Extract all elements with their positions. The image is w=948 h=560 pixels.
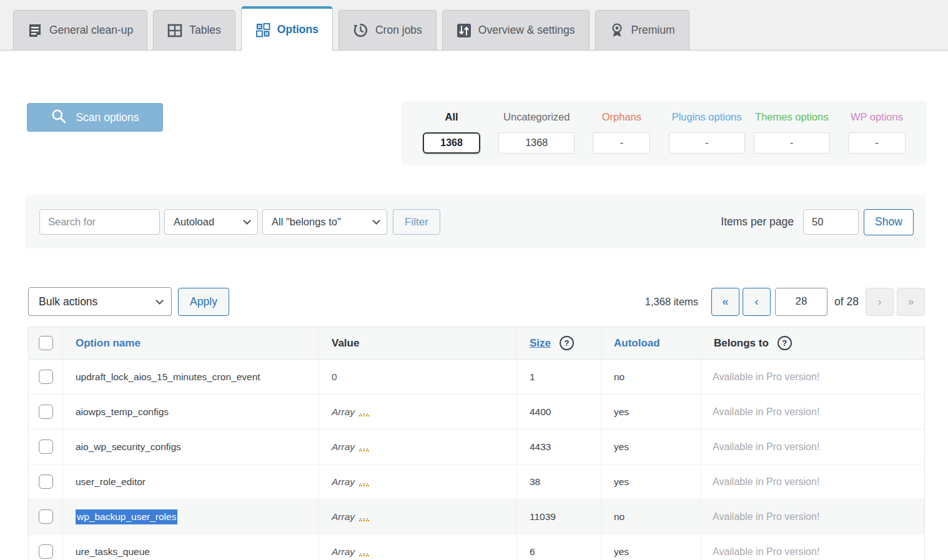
belongs-to-cell: Available in Pro version! <box>701 395 924 429</box>
option-name: updraft_lock_aios_15_minutes_cron_event <box>76 371 260 383</box>
category-label[interactable]: Orphans <box>602 111 641 123</box>
category-label[interactable]: Plugins options <box>672 111 742 123</box>
belongs-to-help-icon[interactable]: ? <box>778 336 792 350</box>
option-name-cell: ure_tasks_queue <box>63 534 319 560</box>
option-name: user_role_editor <box>76 476 146 488</box>
scan-options-label: Scan options <box>76 111 139 124</box>
next-page-button[interactable]: › <box>866 288 894 316</box>
checkerboard-icon <box>255 22 270 37</box>
autoload-header-label[interactable]: Autoload <box>614 337 660 350</box>
show-button[interactable]: Show <box>864 209 914 235</box>
bulk-actions-value: Bulk actions <box>39 295 97 308</box>
options-table: Option name Value Size ? Autoload Belong… <box>28 327 925 560</box>
search-input[interactable]: Search for <box>39 209 160 235</box>
belongs-to-select[interactable]: All "belongs to" <box>262 209 387 235</box>
expand-value-link[interactable]: ... <box>359 513 369 521</box>
option-name-cell: aio_wp_security_configs <box>63 430 319 464</box>
category-label[interactable]: All <box>445 111 458 123</box>
tab-label: General clean-up <box>49 24 133 37</box>
items-per-page-value: 50 <box>812 216 823 228</box>
bulk-actions-select[interactable]: Bulk actions <box>28 287 172 316</box>
items-per-page-input[interactable]: 50 <box>803 209 859 235</box>
autoload-select[interactable]: Autoload <box>164 209 258 235</box>
category-label[interactable]: Themes options <box>755 111 828 123</box>
filter-button[interactable]: Filter <box>393 209 440 235</box>
tab-general-clean-up[interactable]: General clean-up <box>13 10 147 50</box>
category-count-wp[interactable]: - <box>848 132 906 154</box>
category-label[interactable]: Uncategorized <box>503 111 570 123</box>
document-lines-icon <box>27 23 42 38</box>
row-checkbox[interactable] <box>39 544 53 559</box>
header-checkbox-cell <box>29 327 63 359</box>
row-checkbox[interactable] <box>39 370 53 384</box>
row-checkbox-cell <box>29 499 63 534</box>
header-autoload[interactable]: Autoload <box>601 327 701 359</box>
items-per-page-label: Items per page <box>721 215 794 228</box>
header-value: Value <box>319 327 517 359</box>
option-name: wp_backup_user_roles <box>76 509 177 524</box>
value-header-label: Value <box>332 337 359 350</box>
category-count-plugins[interactable]: - <box>669 132 745 154</box>
tab-cron-jobs[interactable]: Cron jobs <box>338 10 437 50</box>
size-cell: 38 <box>517 464 601 499</box>
category-uncategorized: Uncategorized 1368 <box>494 111 579 165</box>
header-size[interactable]: Size ? <box>517 327 601 359</box>
table-row: ure_tasks_queue Array... 6 yes Available… <box>29 534 924 560</box>
last-page-button[interactable]: » <box>897 288 925 316</box>
tab-tables[interactable]: Tables <box>153 10 235 50</box>
autoload-select-value: Autoload <box>174 216 214 228</box>
header-option-name[interactable]: Option name <box>63 327 319 359</box>
table-row: updraft_lock_aios_15_minutes_cron_event … <box>29 360 924 395</box>
tab-label: Cron jobs <box>375 24 422 37</box>
option-value: Array <box>332 546 355 558</box>
category-count-uncategorized[interactable]: 1368 <box>498 132 575 154</box>
size-cell: 4400 <box>517 395 601 429</box>
belongs-to-header-label: Belongs to <box>714 337 769 350</box>
size-cell: 11039 <box>517 499 601 534</box>
row-checkbox[interactable] <box>39 405 53 419</box>
value-cell: Array... <box>319 395 517 429</box>
expand-value-link[interactable]: ... <box>359 478 369 486</box>
apply-button[interactable]: Apply <box>178 288 229 316</box>
scan-options-button[interactable]: Scan options <box>27 103 163 132</box>
category-count-orphans[interactable]: - <box>593 132 650 154</box>
size-cell: 6 <box>517 534 601 560</box>
category-count-all[interactable]: 1368 <box>423 132 480 154</box>
option-value: Array <box>332 441 355 453</box>
option-value: Array <box>332 406 355 418</box>
size-header-label[interactable]: Size <box>530 337 551 350</box>
first-page-button[interactable]: « <box>711 288 739 316</box>
row-checkbox-cell <box>29 395 63 429</box>
row-checkbox[interactable] <box>39 509 53 524</box>
tab-label: Premium <box>631 24 675 37</box>
table-header-row: Option name Value Size ? Autoload Belong… <box>29 327 924 360</box>
row-checkbox[interactable] <box>39 440 53 454</box>
history-clock-icon <box>353 22 368 38</box>
belongs-to-cell: Available in Pro version! <box>701 534 924 560</box>
value-cell: 0 <box>319 360 517 394</box>
expand-value-link[interactable]: ... <box>359 443 369 451</box>
value-cell: Array... <box>319 499 517 534</box>
size-help-icon[interactable]: ? <box>560 336 574 350</box>
header-belongs-to: Belongs to ? <box>701 327 924 359</box>
option-name-cell: wp_backup_user_roles <box>63 499 319 534</box>
current-page-input[interactable]: 28 <box>775 288 827 316</box>
expand-value-link[interactable]: ... <box>359 548 369 556</box>
expand-value-link[interactable]: ... <box>359 408 369 416</box>
autoload-cell: no <box>601 360 701 394</box>
tab-premium[interactable]: Premium <box>595 10 689 50</box>
belongs-to-cell: Available in Pro version! <box>701 430 924 464</box>
option-name: aiowps_temp_configs <box>76 406 169 418</box>
select-all-checkbox[interactable] <box>39 336 53 350</box>
tab-options[interactable]: Options <box>241 6 333 51</box>
category-count-themes[interactable]: - <box>754 132 830 154</box>
prev-page-button[interactable]: ‹ <box>743 288 771 316</box>
row-checkbox[interactable] <box>39 474 53 489</box>
category-label[interactable]: WP options <box>851 111 903 123</box>
tab-overview-settings[interactable]: Overview & settings <box>442 10 590 50</box>
option-name-header-label[interactable]: Option name <box>76 337 141 350</box>
row-checkbox-cell <box>29 360 63 394</box>
option-name-cell: updraft_lock_aios_15_minutes_cron_event <box>63 360 319 394</box>
category-plugins-options: Plugins options - <box>664 111 749 165</box>
tab-label: Overview & settings <box>478 24 575 37</box>
